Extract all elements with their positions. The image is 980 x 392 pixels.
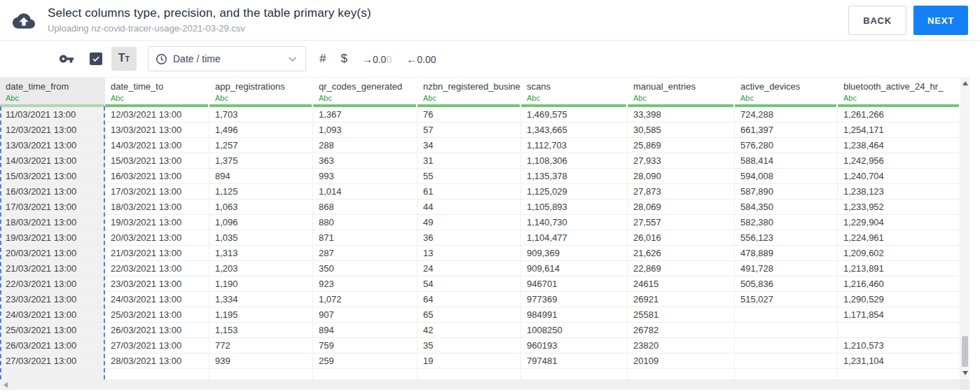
number-type-button[interactable]: # bbox=[319, 52, 326, 66]
table-cell: 36 bbox=[417, 230, 521, 246]
column-name: date_time_from bbox=[6, 81, 99, 92]
cloud-upload-icon bbox=[13, 10, 35, 32]
table-cell: 1,153 bbox=[209, 323, 313, 338]
table-cell: 909,614 bbox=[521, 261, 628, 276]
table-cell: 27,557 bbox=[628, 215, 735, 230]
table-cell: 478,889 bbox=[735, 246, 838, 261]
table-cell bbox=[735, 338, 838, 354]
precision-value: 0.00 bbox=[417, 54, 436, 65]
column-type-badge: Abc bbox=[843, 94, 955, 102]
table-cell: 1,093 bbox=[313, 122, 417, 138]
table-cell: 939 bbox=[209, 354, 313, 369]
table-row: 19/03/2021 13:0020/03/2021 13:001,035871… bbox=[0, 230, 960, 246]
table-cell: 1,242,956 bbox=[838, 153, 960, 169]
vertical-scrollbar-thumb[interactable] bbox=[962, 336, 968, 367]
table-cell: 797481 bbox=[521, 354, 628, 369]
table-cell-empty bbox=[628, 369, 735, 380]
horizontal-scrollbar[interactable] bbox=[0, 379, 960, 390]
table-cell: 772 bbox=[209, 338, 313, 354]
table-row: 25/03/2021 13:0026/03/2021 13:001,153894… bbox=[0, 323, 960, 338]
table-cell: 25/03/2021 13:00 bbox=[105, 307, 209, 323]
column-header-date_time_from[interactable]: date_time_fromAbc bbox=[0, 78, 105, 107]
table-cell: 1,231,104 bbox=[838, 354, 960, 369]
table-cell: 64 bbox=[417, 292, 521, 307]
table-cell: 1,703 bbox=[209, 107, 313, 122]
table-cell: 907 bbox=[313, 307, 417, 323]
table-cell: 491,728 bbox=[735, 261, 838, 276]
table-cell: 24/03/2021 13:00 bbox=[105, 292, 209, 307]
text-type-button[interactable]: TT bbox=[111, 47, 137, 71]
table-cell: 22/03/2021 13:00 bbox=[105, 261, 209, 276]
table-cell: 1,171,854 bbox=[838, 307, 960, 323]
table-cell: 515,027 bbox=[735, 292, 838, 307]
table-cell: 556,123 bbox=[735, 230, 838, 246]
table-cell: 909,369 bbox=[521, 246, 628, 261]
table-cell: 594,008 bbox=[735, 169, 838, 184]
left-arrow-icon: ← bbox=[406, 53, 417, 65]
table-cell: 24/03/2021 13:00 bbox=[0, 307, 105, 323]
primary-key-icon bbox=[59, 51, 74, 66]
table-cell: 49 bbox=[417, 215, 521, 230]
scroll-up-button[interactable] bbox=[960, 78, 969, 88]
table-cell: 977369 bbox=[521, 292, 628, 307]
table-cell bbox=[838, 323, 960, 338]
primary-key-checkbox[interactable] bbox=[90, 52, 102, 65]
table-cell: 1,014 bbox=[313, 184, 417, 200]
table-cell: 15/03/2021 13:00 bbox=[105, 153, 209, 169]
table-cell: 20/03/2021 13:00 bbox=[105, 230, 209, 246]
text-type-label-small: T bbox=[125, 55, 130, 63]
table-cell: 1,140,730 bbox=[521, 215, 628, 230]
back-button[interactable]: BACK bbox=[848, 6, 906, 35]
chevron-down-icon bbox=[288, 55, 297, 64]
table-cell: 1,035 bbox=[209, 230, 313, 246]
table-cell: 1008250 bbox=[521, 323, 628, 338]
table-row: 11/03/2021 13:0012/03/2021 13:001,7031,3… bbox=[0, 107, 960, 122]
table-cell-empty bbox=[417, 369, 521, 380]
scrollbar-corner bbox=[960, 379, 969, 390]
table-cell: 35 bbox=[417, 338, 521, 354]
table-cell: 1,135,378 bbox=[521, 169, 628, 184]
table-cell: 14/03/2021 13:00 bbox=[0, 153, 105, 169]
table-cell: 1,105,893 bbox=[521, 200, 628, 215]
scroll-down-button[interactable] bbox=[960, 368, 969, 378]
upload-filename-subtitle: Uploading nz-covid-tracer-usage-2021-03-… bbox=[48, 23, 371, 34]
column-header-nzbn_registered_busine[interactable]: nzbn_registered_busineAbc bbox=[417, 78, 521, 107]
wizard-header: Select columns type, precision, and the … bbox=[0, 0, 980, 41]
table-cell-empty bbox=[209, 369, 313, 380]
table-cell: 55 bbox=[417, 169, 521, 184]
table-cell: 287 bbox=[313, 246, 417, 261]
scroll-left-button[interactable] bbox=[4, 382, 8, 388]
column-type-select[interactable]: Date / time bbox=[148, 46, 306, 71]
table-cell: 288 bbox=[313, 138, 417, 153]
table-cell: 26921 bbox=[628, 292, 735, 307]
table-row: 24/03/2021 13:0025/03/2021 13:001,195907… bbox=[0, 307, 960, 323]
increase-precision-button[interactable]: →0.00 bbox=[362, 53, 392, 65]
table-cell: 1,125 bbox=[209, 184, 313, 200]
column-header-active_devices[interactable]: active_devicesAbc bbox=[735, 78, 838, 107]
table-cell: 1,229,904 bbox=[838, 215, 960, 230]
currency-type-button[interactable]: $ bbox=[340, 52, 347, 66]
table-cell bbox=[735, 354, 838, 369]
table-cell bbox=[735, 307, 838, 323]
column-header-app_registrations[interactable]: app_registrationsAbc bbox=[209, 78, 313, 107]
table-cell: 588,414 bbox=[735, 153, 838, 169]
column-header-date_time_to[interactable]: date_time_toAbc bbox=[105, 78, 209, 107]
table-cell: 724,288 bbox=[735, 107, 838, 122]
decrease-precision-button[interactable]: ←0.00 bbox=[406, 53, 436, 65]
vertical-scrollbar[interactable] bbox=[960, 77, 969, 379]
table-cell: 27/03/2021 13:00 bbox=[0, 354, 105, 369]
table-cell: 26,016 bbox=[628, 230, 735, 246]
table-cell: 1,469,575 bbox=[521, 107, 628, 122]
column-header-qr_codes_generated[interactable]: qr_codes_generatedAbc bbox=[313, 78, 417, 107]
column-header-bluetooth_active_24_hr_[interactable]: bluetooth_active_24_hr_Abc bbox=[838, 78, 960, 107]
column-header-scans[interactable]: scansAbc bbox=[521, 78, 628, 107]
table-row: 26/03/2021 13:0027/03/2021 13:0077275935… bbox=[0, 338, 960, 354]
table-cell: 1,112,703 bbox=[521, 138, 628, 153]
table-cell: 1,238,464 bbox=[838, 138, 960, 153]
next-button[interactable]: NEXT bbox=[913, 6, 968, 35]
table-header-row: date_time_fromAbcdate_time_toAbcapp_regi… bbox=[0, 78, 960, 107]
table-cell: 33,398 bbox=[628, 107, 735, 122]
table-cell: 505,836 bbox=[735, 276, 838, 292]
column-header-manual_entries[interactable]: manual_entriesAbc bbox=[628, 78, 735, 107]
table-empty-row bbox=[0, 369, 960, 380]
